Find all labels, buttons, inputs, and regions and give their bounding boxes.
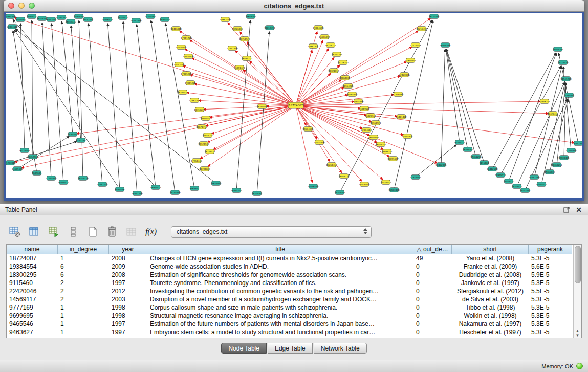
graph-node[interactable]: 12460341: [563, 93, 575, 98]
table-row[interactable]: 977716911998Corpus callosum shape and si…: [7, 303, 573, 312]
graph-edge[interactable]: [13, 19, 156, 187]
graph-node[interactable]: 18124516: [314, 140, 325, 145]
graph-node[interactable]: 19384554: [313, 26, 324, 30]
graph-edge[interactable]: [62, 21, 73, 134]
graph-node[interactable]: 14850543: [405, 58, 416, 63]
column-header-name[interactable]: name: [7, 245, 58, 254]
graph-node[interactable]: 17461254: [470, 155, 482, 159]
scrollbar-arrows-icon[interactable]: ▲▼: [574, 329, 581, 338]
table-settings-icon[interactable]: [8, 225, 21, 238]
show-columns-icon[interactable]: [28, 225, 41, 238]
graph-node[interactable]: 16123450: [388, 188, 400, 192]
graph-node[interactable]: 17529014: [380, 180, 391, 185]
tab-network-table[interactable]: Network Table: [314, 343, 367, 354]
graph-edge[interactable]: [137, 25, 156, 187]
graph-node[interactable]: 11516462: [393, 92, 404, 97]
graph-node[interactable]: 16646301: [245, 14, 256, 19]
graph-node[interactable]: 17465032: [544, 170, 555, 174]
column-header-pagerank[interactable]: pagerank: [529, 245, 572, 254]
graph-node[interactable]: 15664519: [6, 14, 16, 19]
column-header-out_de[interactable]: △ out_de…: [413, 245, 452, 254]
graph-edge[interactable]: [296, 40, 323, 105]
graph-node[interactable]: 16341250: [132, 191, 143, 196]
graph-node[interactable]: 19420608: [183, 54, 194, 59]
graph-edge[interactable]: [296, 105, 574, 143]
graph-node[interactable]: 17254613: [46, 176, 57, 181]
table-row[interactable]: 911546021997Tourette syndrome. Phenomeno…: [7, 279, 573, 287]
graph-node[interactable]: 16322161: [365, 114, 376, 118]
table-row[interactable]: 1456911722003Disruption of a novel membe…: [7, 295, 573, 303]
tab-edge-table[interactable]: Edge Table: [268, 343, 313, 354]
graph-edge[interactable]: [190, 40, 296, 105]
graph-node[interactable]: 18321017: [328, 69, 339, 73]
graph-edge[interactable]: [500, 66, 561, 175]
zoom-window-button[interactable]: [29, 3, 35, 9]
float-panel-icon[interactable]: [562, 206, 571, 214]
graph-edge[interactable]: [492, 53, 556, 169]
graph-node[interactable]: 19015225: [185, 81, 196, 85]
graph-node[interactable]: 10974398: [353, 99, 364, 104]
graph-node[interactable]: 17551510: [227, 46, 238, 51]
graph-node[interactable]: 18390252: [256, 104, 268, 109]
graph-edge[interactable]: [247, 42, 296, 105]
graph-node[interactable]: 16646397: [319, 35, 330, 39]
graph-node[interactable]: 18164221: [342, 84, 354, 89]
graph-node[interactable]: 18130744: [428, 14, 440, 19]
graph-node[interactable]: 15234610: [169, 190, 181, 195]
graph-node[interactable]: 14541203: [560, 77, 572, 81]
graph-edge[interactable]: [296, 76, 400, 105]
graph-edge[interactable]: [416, 145, 456, 177]
graph-edge[interactable]: [77, 105, 296, 134]
graph-node[interactable]: 18046122: [338, 174, 350, 179]
graph-node[interactable]: 18254361: [251, 191, 263, 196]
graph-node[interactable]: 18734602: [199, 167, 210, 171]
graph-node[interactable]: 18612494: [264, 26, 275, 30]
graph-node[interactable]: 26160345: [159, 17, 170, 22]
graph-node[interactable]: 19452160: [27, 155, 38, 159]
import-table-icon[interactable]: [47, 225, 60, 238]
graph-node[interactable]: 16481462: [396, 115, 407, 119]
delete-column-icon[interactable]: [105, 225, 119, 238]
graph-node[interactable]: 19124532: [198, 142, 209, 146]
graph-node[interactable]: 18452130: [65, 19, 76, 24]
graph-node[interactable]: 18381573: [177, 90, 188, 95]
graph-edge[interactable]: [296, 105, 312, 182]
graph-node[interactable]: 19246512: [511, 184, 522, 189]
graph-node[interactable]: 19277425: [557, 60, 569, 65]
graph-node[interactable]: 18236426: [204, 149, 215, 154]
column-header-in_degree[interactable]: in_degree: [58, 245, 109, 254]
graph-node[interactable]: 16125403: [19, 148, 30, 153]
graph-node[interactable]: 17778340: [337, 60, 349, 65]
graph-node[interactable]: 18226806: [232, 27, 243, 31]
graph-node[interactable]: 15164921: [370, 121, 381, 125]
graph-node[interactable]: 9777169: [76, 138, 86, 143]
graph-edge[interactable]: [441, 49, 445, 165]
table-row[interactable]: 946554611997Estimation of the future num…: [7, 320, 573, 328]
graph-node[interactable]: 9463627: [190, 186, 200, 191]
graph-edge[interactable]: [14, 17, 296, 105]
graph-node[interactable]: 18460251: [551, 163, 562, 167]
graph-node[interactable]: 17924501: [410, 175, 421, 180]
minimize-window-button[interactable]: [18, 3, 25, 9]
function-builder-icon[interactable]: f(x): [144, 225, 158, 238]
graph-edge[interactable]: [208, 105, 296, 166]
graph-node[interactable]: 18200432: [176, 45, 187, 50]
graph-node[interactable]: 22044612: [361, 128, 372, 133]
graph-node[interactable]: 17973250: [202, 133, 213, 138]
graph-edge[interactable]: [185, 49, 296, 105]
column-header-year[interactable]: year: [109, 245, 147, 254]
graph-node[interactable]: 16019462: [15, 17, 26, 22]
graph-edge[interactable]: [14, 105, 296, 162]
graph-node[interactable]: 16126412: [359, 182, 370, 187]
graph-node[interactable]: 17885281: [181, 72, 192, 76]
graph-node[interactable]: 12103451: [558, 156, 570, 160]
graph-edge[interactable]: [447, 49, 484, 163]
graph-edge[interactable]: [15, 29, 216, 183]
table-row[interactable]: 1872400712008Changes of HCN gene express…: [7, 254, 573, 262]
graph-node[interactable]: 16791214: [454, 140, 465, 145]
graph-node[interactable]: 16648294: [440, 43, 451, 48]
graph-node[interactable]: 16412530: [487, 167, 498, 171]
graph-node[interactable]: 18754907: [402, 134, 413, 139]
graph-node[interactable]: 14164213: [56, 15, 67, 20]
graph-node[interactable]: 16152412: [117, 15, 128, 20]
